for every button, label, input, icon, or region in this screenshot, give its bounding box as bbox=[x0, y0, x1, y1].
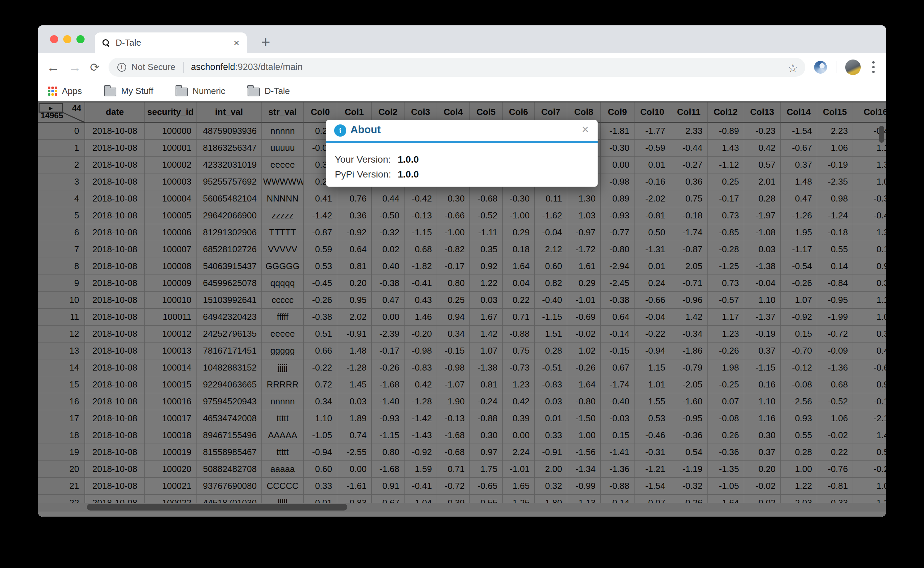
new-tab-button[interactable]: + bbox=[261, 33, 270, 51]
info-circle-icon: i bbox=[334, 124, 346, 137]
version-value: 1.0.0 bbox=[398, 167, 419, 182]
url-text[interactable]: aschonfeld:9203/dtale/main bbox=[191, 62, 303, 73]
toolbar-divider bbox=[836, 61, 836, 73]
minimize-window-button[interactable] bbox=[63, 35, 71, 43]
tab-title: D-Tale bbox=[116, 38, 233, 48]
bookmarks-bar: AppsMy StuffNumericD-Tale bbox=[38, 81, 886, 101]
zoom-window-button[interactable] bbox=[76, 35, 85, 43]
modal-version-row: PyPi Version:1.0.0 bbox=[335, 167, 597, 182]
bookmark-item-numeric[interactable]: Numeric bbox=[175, 86, 225, 96]
modal-body: Your Version:1.0.0PyPi Version:1.0.0 bbox=[326, 143, 597, 182]
folder-icon bbox=[248, 88, 260, 96]
folder-icon bbox=[104, 88, 116, 96]
tab-strip: D-Tale × + bbox=[38, 26, 886, 53]
version-label: PyPi Version: bbox=[335, 167, 398, 182]
info-icon[interactable]: i bbox=[117, 63, 126, 72]
modal-header: i About × bbox=[326, 120, 597, 141]
bookmark-item-apps[interactable]: Apps bbox=[48, 86, 82, 96]
version-label: Your Version: bbox=[335, 152, 398, 167]
url-host: aschonfeld bbox=[191, 62, 235, 72]
toolbar: ← → ⟳ i Not Secure aschonfeld:9203/dtale… bbox=[38, 53, 886, 81]
omnibox-divider bbox=[183, 62, 184, 73]
bookmark-label: Numeric bbox=[192, 86, 225, 96]
bookmark-star-icon[interactable]: ☆ bbox=[788, 62, 798, 75]
bookmark-item-my-stuff[interactable]: My Stuff bbox=[104, 86, 153, 96]
forward-button[interactable]: → bbox=[68, 61, 81, 74]
modal-close-icon[interactable]: × bbox=[582, 123, 589, 136]
page-content: ▶ 44 14965 datesecurity_idint_valstr_val… bbox=[38, 101, 886, 517]
browser-tab[interactable]: D-Tale × bbox=[95, 32, 247, 53]
chrome-menu-button[interactable] bbox=[870, 60, 877, 74]
apps-grid-icon bbox=[48, 86, 57, 96]
bookmark-label: My Stuff bbox=[121, 86, 153, 96]
magnifier-favicon-icon bbox=[102, 39, 110, 47]
close-window-button[interactable] bbox=[50, 35, 58, 43]
reload-button[interactable]: ⟳ bbox=[90, 62, 100, 73]
profile-avatar[interactable] bbox=[845, 59, 861, 75]
url-path: :9203/dtale/main bbox=[235, 62, 303, 72]
address-bar[interactable]: i Not Secure aschonfeld:9203/dtale/main … bbox=[109, 58, 806, 77]
version-value: 1.0.0 bbox=[398, 152, 419, 167]
extension-icon[interactable] bbox=[814, 61, 827, 74]
tab-close-icon[interactable]: × bbox=[233, 38, 239, 48]
security-label: Not Secure bbox=[132, 62, 175, 73]
modal-title: About bbox=[350, 124, 381, 136]
bookmark-label: Apps bbox=[62, 86, 82, 96]
browser-window: D-Tale × + ← → ⟳ i Not Secure aschonfeld… bbox=[38, 26, 886, 517]
folder-icon bbox=[175, 88, 188, 96]
back-button[interactable]: ← bbox=[47, 61, 59, 74]
modal-version-row: Your Version:1.0.0 bbox=[335, 152, 597, 167]
bookmark-label: D-Tale bbox=[265, 86, 290, 96]
about-modal: i About × Your Version:1.0.0PyPi Version… bbox=[326, 120, 597, 187]
bookmark-item-d-tale[interactable]: D-Tale bbox=[248, 86, 290, 96]
traffic-lights bbox=[50, 35, 85, 43]
